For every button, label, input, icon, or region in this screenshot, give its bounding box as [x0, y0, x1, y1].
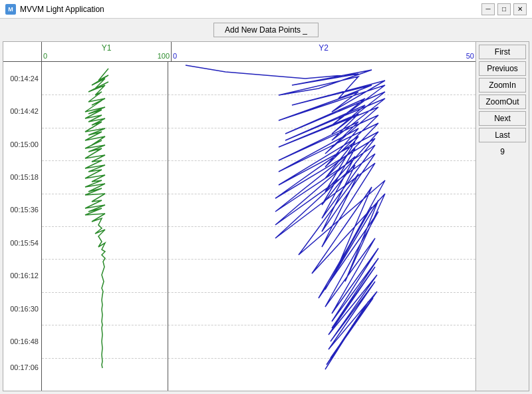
y1-header: Y1 0 100 [42, 42, 172, 61]
chart-area: Y1 0 100 Y2 0 50 00:14:24 00:14:42 00:15… [3, 42, 475, 391]
time-axis-header [3, 42, 42, 61]
first-button[interactable]: First [479, 45, 526, 59]
time-axis: 00:14:24 00:14:42 00:15:00 00:15:18 00:1… [3, 62, 42, 391]
y2-label: Y2 [319, 43, 329, 53]
title-bar-controls: ─ □ ✕ [481, 3, 527, 15]
maximize-button[interactable]: □ [497, 3, 511, 15]
toolbar: Add New Data Points _ [0, 19, 532, 41]
next-button[interactable]: Next [479, 111, 526, 126]
time-label-0: 00:14:24 [10, 75, 39, 83]
time-label-2: 00:15:00 [10, 140, 39, 148]
y2-plot [172, 62, 475, 391]
time-label-3: 00:15:18 [10, 173, 39, 181]
time-label-9: 00:17:06 [10, 363, 39, 371]
time-label-4: 00:15:36 [10, 206, 39, 214]
zoom-in-button[interactable]: ZoomIn [479, 78, 526, 93]
main-area: Y1 0 100 Y2 0 50 00:14:24 00:14:42 00:15… [3, 41, 529, 391]
previous-button[interactable]: Previuos [479, 61, 526, 76]
y2-min-label: 0 [173, 52, 177, 60]
y2-header: Y2 0 50 [172, 42, 475, 61]
title-bar: M MVVM Light Application ─ □ ✕ [0, 0, 532, 19]
y1-max-label: 100 [158, 52, 170, 60]
time-label-6: 00:16:12 [10, 272, 39, 280]
time-label-1: 00:14:42 [10, 107, 39, 115]
last-button[interactable]: Last [479, 128, 526, 142]
sidebar: First Previuos ZoomIn ZoomOut Next Last … [475, 42, 529, 391]
plots-container [42, 62, 475, 391]
time-label-8: 00:16:48 [10, 337, 39, 345]
app-icon: M [5, 4, 16, 15]
add-data-points-button[interactable]: Add New Data Points _ [213, 23, 319, 37]
close-button[interactable]: ✕ [513, 3, 527, 15]
y1-label: Y1 [102, 43, 112, 53]
chart-body: 00:14:24 00:14:42 00:15:00 00:15:18 00:1… [3, 62, 475, 391]
minimize-button[interactable]: ─ [481, 3, 495, 15]
y2-max-label: 50 [466, 52, 474, 60]
y1-y2-divider [168, 62, 168, 391]
time-label-5: 00:15:54 [10, 239, 39, 247]
y1-min-label: 0 [43, 52, 47, 60]
axes-row: Y1 0 100 Y2 0 50 [3, 42, 475, 62]
time-label-7: 00:16:30 [10, 305, 39, 313]
page-number: 9 [479, 147, 526, 156]
y1-plot [42, 62, 168, 391]
zoom-out-button[interactable]: ZoomOut [479, 95, 526, 109]
app-title: MVVM Light Application [20, 5, 104, 14]
title-bar-left: M MVVM Light Application [5, 4, 104, 15]
